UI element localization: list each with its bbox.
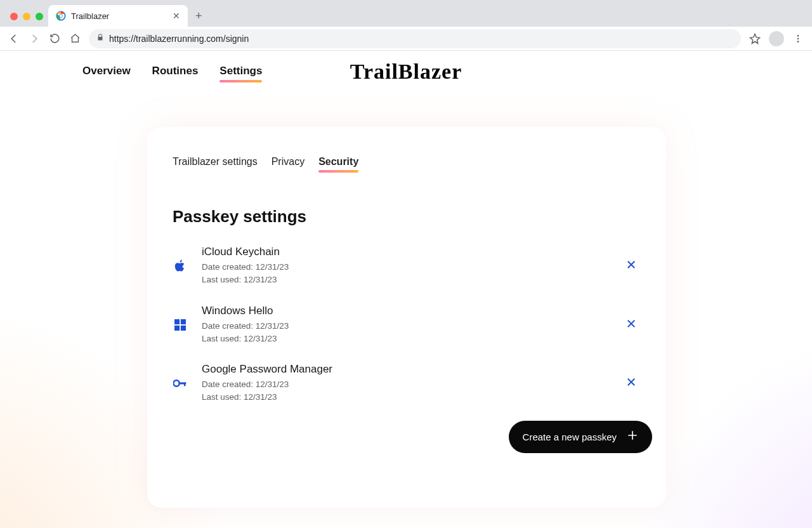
apple-icon xyxy=(173,259,188,273)
passkey-body: Windows Hello Date created: 12/31/23 Las… xyxy=(202,305,608,346)
tab-title: Trailblazer xyxy=(71,11,167,21)
address-bar[interactable]: https://trailblazerrunning.com/signin xyxy=(89,29,741,48)
passkey-created: Date created: 12/31/23 xyxy=(202,261,608,274)
forward-button xyxy=(28,32,41,45)
close-window-icon[interactable] xyxy=(10,13,18,20)
browser-toolbar: https://trailblazerrunning.com/signin xyxy=(0,27,812,51)
nav-overview[interactable]: Overview xyxy=(82,65,131,81)
svg-point-4 xyxy=(797,37,799,39)
new-tab-button[interactable]: + xyxy=(188,10,210,27)
create-passkey-label: Create a new passkey xyxy=(523,432,617,442)
lock-icon xyxy=(96,34,104,43)
nav-settings[interactable]: Settings xyxy=(219,65,262,81)
passkey-last-used: Last used: 12/31/23 xyxy=(202,333,608,345)
passkey-body: iCloud Keychain Date created: 12/31/23 L… xyxy=(202,246,608,287)
brand-logo: TrailBlazer xyxy=(350,60,462,84)
svg-point-10 xyxy=(173,381,179,386)
tab-security[interactable]: Security xyxy=(318,156,358,171)
passkey-list: iCloud Keychain Date created: 12/31/23 L… xyxy=(173,246,641,404)
url-text: https://trailblazerrunning.com/signin xyxy=(109,34,249,44)
passkey-item: Windows Hello Date created: 12/31/23 Las… xyxy=(173,305,641,346)
passkey-last-used: Last used: 12/31/23 xyxy=(202,274,608,286)
page-content: Overview Routines Settings TrailBlazer T… xyxy=(0,51,812,528)
tab-trailblazer-settings[interactable]: Trailblazer settings xyxy=(173,156,258,171)
svg-point-2 xyxy=(60,15,62,17)
tab-bar: Trailblazer ✕ + xyxy=(0,0,812,27)
back-button[interactable] xyxy=(8,32,20,45)
passkey-name: Windows Hello xyxy=(202,305,608,317)
minimize-window-icon[interactable] xyxy=(23,13,30,20)
section-title: Passkey settings xyxy=(173,207,641,227)
svg-rect-6 xyxy=(174,319,180,324)
remove-passkey-button[interactable] xyxy=(622,314,641,336)
window-controls xyxy=(5,13,48,27)
settings-subnav: Trailblazer settings Privacy Security xyxy=(173,156,641,171)
svg-rect-7 xyxy=(181,319,186,324)
passkey-created: Date created: 12/31/23 xyxy=(202,320,608,333)
settings-card: Trailblazer settings Privacy Security Pa… xyxy=(147,127,666,508)
bookmark-icon[interactable] xyxy=(749,32,761,45)
main-nav: Overview Routines Settings TrailBlazer xyxy=(0,51,812,81)
windows-icon xyxy=(173,319,188,331)
reload-button[interactable] xyxy=(48,32,61,45)
svg-point-3 xyxy=(797,35,799,37)
favicon-icon xyxy=(56,11,66,21)
more-menu-icon[interactable] xyxy=(792,32,804,45)
svg-rect-8 xyxy=(174,326,180,331)
svg-point-5 xyxy=(797,41,799,43)
create-passkey-button[interactable]: Create a new passkey xyxy=(509,421,652,453)
passkey-body: Google Password Manager Date created: 12… xyxy=(202,363,608,404)
passkey-created: Date created: 12/31/23 xyxy=(202,378,608,391)
key-icon xyxy=(173,379,188,388)
browser-tab[interactable]: Trailblazer ✕ xyxy=(48,5,188,27)
remove-passkey-button[interactable] xyxy=(622,373,641,394)
plus-icon xyxy=(627,430,638,444)
passkey-last-used: Last used: 12/31/23 xyxy=(202,391,608,404)
profile-avatar[interactable] xyxy=(769,31,784,46)
passkey-item: iCloud Keychain Date created: 12/31/23 L… xyxy=(173,246,641,287)
browser-chrome: Trailblazer ✕ + https://trailblazerrunni… xyxy=(0,0,812,51)
maximize-window-icon[interactable] xyxy=(36,13,43,20)
home-button[interactable] xyxy=(69,32,81,45)
remove-passkey-button[interactable] xyxy=(622,255,641,277)
svg-rect-12 xyxy=(184,383,186,386)
nav-routines[interactable]: Routines xyxy=(152,65,199,81)
passkey-item: Google Password Manager Date created: 12… xyxy=(173,363,641,404)
passkey-name: iCloud Keychain xyxy=(202,246,608,258)
svg-rect-9 xyxy=(181,326,186,331)
passkey-name: Google Password Manager xyxy=(202,363,608,376)
close-tab-icon[interactable]: ✕ xyxy=(173,11,180,21)
tab-privacy[interactable]: Privacy xyxy=(272,156,304,171)
